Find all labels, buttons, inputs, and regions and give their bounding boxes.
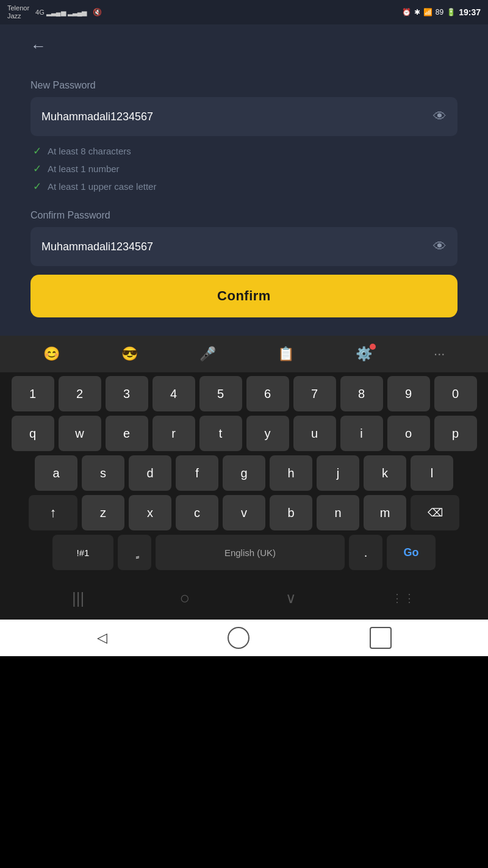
connection-icons: 🔇	[93, 8, 102, 16]
key-p[interactable]: p	[434, 416, 477, 451]
keyboard-hide-icon[interactable]: ∨	[285, 590, 296, 607]
alarm-icon: ⏰	[402, 8, 411, 16]
space-key[interactable]: English (UK)	[156, 535, 345, 570]
key-w[interactable]: w	[59, 416, 101, 451]
zxcv-row: ↑ z x c v b n m ⌫	[4, 495, 484, 530]
asdf-row: a s d f g h j k l	[4, 455, 484, 491]
validation-list: ✓ At least 8 characters ✓ At least 1 num…	[30, 145, 458, 193]
app-area: ← New Password 👁 ✓ At least 8 characters…	[0, 24, 488, 336]
emoji-icon[interactable]: 😊	[43, 346, 60, 362]
validation-item: ✓ At least 8 characters	[33, 145, 458, 157]
battery-level: 89	[436, 8, 443, 16]
key-0[interactable]: 0	[434, 376, 477, 411]
carrier2: Jazz	[7, 12, 29, 20]
home-icon[interactable]: ○	[180, 588, 190, 608]
clipboard-icon[interactable]: 📋	[278, 346, 294, 362]
home-bar: ◁	[0, 620, 488, 656]
more-icon[interactable]: ···	[434, 346, 445, 362]
time-display: 19:37	[459, 7, 481, 17]
key-j[interactable]: j	[317, 455, 359, 491]
key-t[interactable]: t	[199, 416, 242, 451]
key-g[interactable]: g	[223, 455, 265, 491]
key-5[interactable]: 5	[199, 376, 242, 411]
back-button[interactable]: ←	[30, 37, 46, 56]
recents-button[interactable]	[370, 627, 392, 649]
nav-bar: ||| ○ ∨ ⋮⋮	[0, 577, 488, 620]
check-icon-1: ✓	[33, 145, 41, 157]
key-b[interactable]: b	[270, 495, 312, 530]
confirm-password-label: Confirm Password	[30, 210, 458, 221]
period-key[interactable]: .	[349, 535, 382, 570]
mic-icon[interactable]: 🎤	[199, 346, 216, 362]
keyboard-grid-icon[interactable]: ⋮⋮	[392, 591, 416, 605]
key-m[interactable]: m	[364, 495, 406, 530]
backspace-key[interactable]: ⌫	[411, 495, 459, 530]
signal-icons: 4G ▂▃▄▅ ▂▃▄▅	[35, 9, 87, 16]
wifi-icon: 📶	[423, 8, 432, 16]
symbols-key[interactable]: !#1	[52, 535, 113, 570]
key-u[interactable]: u	[293, 416, 336, 451]
carrier1: Telenor	[7, 4, 29, 12]
battery-icon: 🔋	[447, 8, 456, 16]
sticker-icon[interactable]: 😎	[121, 346, 138, 362]
key-2[interactable]: 2	[59, 376, 101, 411]
key-4[interactable]: 4	[152, 376, 195, 411]
key-6[interactable]: 6	[246, 376, 289, 411]
key-l[interactable]: l	[411, 455, 453, 491]
home-button[interactable]	[228, 627, 249, 649]
bluetooth-icon: ✱	[414, 8, 420, 16]
key-9[interactable]: 9	[387, 376, 430, 411]
new-password-label: New Password	[30, 80, 458, 91]
validation-text-1: At least 8 characters	[48, 146, 131, 156]
notification-dot	[370, 344, 376, 350]
check-icon-3: ✓	[33, 180, 41, 193]
validation-item: ✓ At least 1 number	[33, 162, 458, 175]
key-v[interactable]: v	[223, 495, 265, 530]
key-f[interactable]: f	[176, 455, 218, 491]
back-button-home[interactable]: ◁	[97, 630, 107, 646]
key-i[interactable]: i	[340, 416, 383, 451]
new-password-wrapper: 👁	[30, 97, 458, 136]
carrier-info: Telenor Jazz	[7, 4, 29, 20]
special-char-key[interactable]: ٍ	[118, 535, 151, 570]
key-e[interactable]: e	[106, 416, 148, 451]
shift-key[interactable]: ↑	[29, 495, 77, 530]
status-bar: Telenor Jazz 4G ▂▃▄▅ ▂▃▄▅ 🔇 ⏰ ✱ 📶 89 🔋 1…	[0, 0, 488, 24]
key-x[interactable]: x	[129, 495, 171, 530]
status-right: ⏰ ✱ 📶 89 🔋 19:37	[402, 7, 481, 17]
key-q[interactable]: q	[12, 416, 54, 451]
key-3[interactable]: 3	[106, 376, 148, 411]
key-1[interactable]: 1	[12, 376, 54, 411]
toggle-confirm-password-icon[interactable]: 👁	[433, 239, 447, 255]
key-8[interactable]: 8	[340, 376, 383, 411]
key-c[interactable]: c	[176, 495, 218, 530]
check-icon-2: ✓	[33, 162, 41, 175]
key-o[interactable]: o	[387, 416, 430, 451]
key-h[interactable]: h	[270, 455, 312, 491]
validation-item: ✓ At least 1 upper case letter	[33, 180, 458, 193]
new-password-input[interactable]	[41, 110, 433, 123]
validation-text-2: At least 1 number	[48, 164, 120, 174]
key-d[interactable]: d	[129, 455, 171, 491]
key-k[interactable]: k	[364, 455, 406, 491]
keyboard-toolbar: 😊 😎 🎤 📋 ⚙️ ···	[0, 336, 488, 372]
key-r[interactable]: r	[152, 416, 195, 451]
keyboard-keys: 1 2 3 4 5 6 7 8 9 0 q w e r t y u i o p …	[0, 372, 488, 577]
key-z[interactable]: z	[82, 495, 124, 530]
key-y[interactable]: y	[246, 416, 289, 451]
recent-apps-icon[interactable]: |||	[72, 589, 84, 608]
qwerty-row: q w e r t y u i o p	[4, 416, 484, 451]
go-key[interactable]: Go	[387, 535, 436, 570]
keyboard-area: 😊 😎 🎤 📋 ⚙️ ··· 1 2 3 4 5 6 7 8 9 0 q w e…	[0, 336, 488, 577]
confirm-password-wrapper: 👁	[30, 227, 458, 266]
confirm-button[interactable]: Confirm	[30, 275, 458, 317]
number-row: 1 2 3 4 5 6 7 8 9 0	[4, 376, 484, 411]
toggle-new-password-icon[interactable]: 👁	[433, 109, 447, 125]
confirm-password-input[interactable]	[41, 241, 433, 253]
key-s[interactable]: s	[82, 455, 124, 491]
settings-icon[interactable]: ⚙️	[356, 346, 372, 362]
key-n[interactable]: n	[317, 495, 359, 530]
key-a[interactable]: a	[35, 455, 77, 491]
key-7[interactable]: 7	[293, 376, 336, 411]
status-left: Telenor Jazz 4G ▂▃▄▅ ▂▃▄▅ 🔇	[7, 4, 102, 20]
